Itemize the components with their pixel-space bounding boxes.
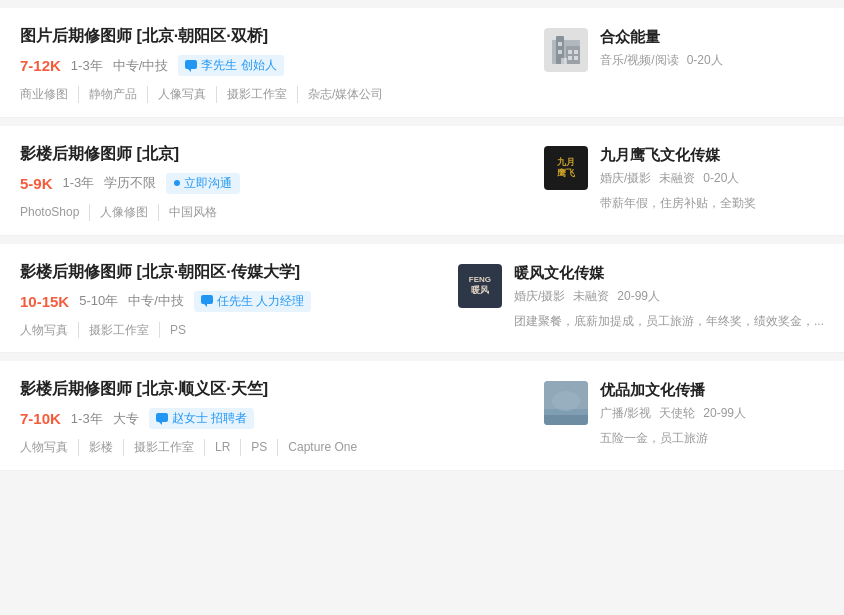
company-industry: 音乐/视频/阅读 xyxy=(600,52,679,69)
job-tag: 人物写真 xyxy=(20,322,79,339)
immediate-contact-badge[interactable]: 立即沟通 xyxy=(166,173,240,194)
job-left: 图片后期修图师 [北京·朝阳区·双桥]7-12K1-3年中专/中技李先生 创始人… xyxy=(20,26,504,103)
job-tag: 摄影工作室 xyxy=(134,439,205,456)
company-meta: 婚庆/摄影未融资20-99人 xyxy=(514,288,824,305)
job-title[interactable]: 影楼后期修图师 [北京·顺义区·天竺] xyxy=(20,379,268,400)
company-industry: 婚庆/摄影 xyxy=(514,288,565,305)
job-experience: 1-3年 xyxy=(63,174,95,192)
company-logo: FENG暖风 xyxy=(458,264,502,308)
job-tags: 人物写真摄影工作室PS xyxy=(20,322,418,339)
svg-rect-7 xyxy=(568,50,572,54)
job-right: FENG暖风暖风文化传媒婚庆/摄影未融资20-99人团建聚餐，底薪加提成，员工旅… xyxy=(458,262,824,330)
job-salary: 5-9K xyxy=(20,175,53,192)
job-tag: PS xyxy=(251,439,278,456)
company-size: 20-99人 xyxy=(617,288,660,305)
job-tag: PhotoShop xyxy=(20,204,90,221)
job-education: 学历不限 xyxy=(104,174,156,192)
job-list: 图片后期修图师 [北京·朝阳区·双桥]7-12K1-3年中专/中技李先生 创始人… xyxy=(0,0,844,479)
company-meta: 广播/影视天使轮20-99人 xyxy=(600,405,824,422)
svg-rect-4 xyxy=(566,46,580,64)
job-tags: 商业修图静物产品人像写真摄影工作室杂志/媒体公司 xyxy=(20,86,504,103)
building-icon xyxy=(548,32,584,68)
svg-marker-13 xyxy=(204,304,207,307)
recruiter-name: 李先生 创始人 xyxy=(201,57,276,74)
chat-icon xyxy=(185,60,197,72)
job-tags: 人物写真影楼摄影工作室LRPSCapture One xyxy=(20,439,504,456)
job-left: 影楼后期修图师 [北京·顺义区·天竺]7-10K1-3年大专赵女士 招聘者人物写… xyxy=(20,379,504,456)
company-logo xyxy=(544,381,588,425)
job-meta-row: 7-12K1-3年中专/中技李先生 创始人 xyxy=(20,55,504,76)
job-tag: LR xyxy=(215,439,241,456)
company-funding: 未融资 xyxy=(659,170,695,187)
job-experience: 1-3年 xyxy=(71,57,103,75)
job-education: 大专 xyxy=(113,410,139,428)
chat-icon xyxy=(201,295,213,307)
svg-marker-1 xyxy=(188,69,191,72)
job-education: 中专/中技 xyxy=(113,57,169,75)
company-logo-text: 九月鹰飞 xyxy=(557,157,575,179)
svg-rect-8 xyxy=(574,50,578,54)
job-card[interactable]: 影楼后期修图师 [北京·顺义区·天竺]7-10K1-3年大专赵女士 招聘者人物写… xyxy=(0,361,844,471)
active-dot xyxy=(174,180,180,186)
job-tags: PhotoShop人像修图中国风格 xyxy=(20,204,504,221)
company-name[interactable]: 优品加文化传播 xyxy=(600,381,824,400)
company-industry: 婚庆/摄影 xyxy=(600,170,651,187)
company-benefits: 带薪年假，住房补贴，全勤奖 xyxy=(600,195,824,212)
job-meta-row: 10-15K5-10年中专/中技任先生 人力经理 xyxy=(20,291,418,312)
job-card[interactable]: 图片后期修图师 [北京·朝阳区·双桥]7-12K1-3年中专/中技李先生 创始人… xyxy=(0,8,844,118)
svg-rect-10 xyxy=(574,56,578,60)
company-name[interactable]: 合众能量 xyxy=(600,28,824,47)
company-benefits: 团建聚餐，底薪加提成，员工旅游，年终奖，绩效奖金，... xyxy=(514,313,824,330)
job-title-row: 影楼后期修图师 [北京·顺义区·天竺] xyxy=(20,379,504,400)
company-industry: 广播/影视 xyxy=(600,405,651,422)
active-label: 立即沟通 xyxy=(184,175,232,192)
svg-rect-5 xyxy=(558,42,562,46)
job-right: 优品加文化传播广播/影视天使轮20-99人五险一金，员工旅游 xyxy=(544,379,824,447)
landscape-icon xyxy=(544,381,588,425)
company-logo xyxy=(544,28,588,72)
job-salary: 7-12K xyxy=(20,57,61,74)
job-card[interactable]: 影楼后期修图师 [北京·朝阳区·传媒大学]10-15K5-10年中专/中技任先生… xyxy=(0,244,844,354)
job-title-row: 影楼后期修图师 [北京·朝阳区·传媒大学] xyxy=(20,262,418,283)
company-meta: 婚庆/摄影未融资0-20人 xyxy=(600,170,824,187)
job-card[interactable]: 影楼后期修图师 [北京]5-9K1-3年学历不限立即沟通PhotoShop人像修… xyxy=(0,126,844,236)
job-tag: 摄影工作室 xyxy=(227,86,298,103)
company-info: 合众能量音乐/视频/阅读0-20人 xyxy=(600,28,824,69)
company-size: 0-20人 xyxy=(687,52,723,69)
job-education: 中专/中技 xyxy=(128,292,184,310)
company-logo-text: FENG暖风 xyxy=(469,275,491,297)
recruiter-name: 赵女士 招聘者 xyxy=(172,410,247,427)
svg-marker-15 xyxy=(159,422,162,425)
svg-rect-6 xyxy=(558,50,562,54)
job-tag: 摄影工作室 xyxy=(89,322,160,339)
company-size: 20-99人 xyxy=(703,405,746,422)
chat-icon xyxy=(156,413,168,425)
job-title[interactable]: 影楼后期修图师 [北京] xyxy=(20,144,179,165)
job-title[interactable]: 影楼后期修图师 [北京·朝阳区·传媒大学] xyxy=(20,262,300,283)
svg-rect-12 xyxy=(201,295,213,304)
job-right: 合众能量音乐/视频/阅读0-20人 xyxy=(544,26,824,72)
job-tag: Capture One xyxy=(288,439,357,456)
recruiter-name: 任先生 人力经理 xyxy=(217,293,304,310)
svg-rect-19 xyxy=(544,415,588,425)
job-salary: 7-10K xyxy=(20,410,61,427)
company-funding: 天使轮 xyxy=(659,405,695,422)
job-tag: 人物写真 xyxy=(20,439,79,456)
job-title-row: 图片后期修图师 [北京·朝阳区·双桥] xyxy=(20,26,504,47)
recruiter-badge: 李先生 创始人 xyxy=(178,55,283,76)
job-tag: PS xyxy=(170,322,186,339)
job-title-row: 影楼后期修图师 [北京] xyxy=(20,144,504,165)
company-name[interactable]: 暖风文化传媒 xyxy=(514,264,824,283)
job-tag: 影楼 xyxy=(89,439,124,456)
job-title[interactable]: 图片后期修图师 [北京·朝阳区·双桥] xyxy=(20,26,268,47)
recruiter-badge: 任先生 人力经理 xyxy=(194,291,311,312)
job-experience: 1-3年 xyxy=(71,410,103,428)
company-benefits: 五险一金，员工旅游 xyxy=(600,430,824,447)
company-funding: 未融资 xyxy=(573,288,609,305)
svg-rect-0 xyxy=(185,60,197,69)
job-right: 九月鹰飞九月鹰飞文化传媒婚庆/摄影未融资0-20人带薪年假，住房补贴，全勤奖 xyxy=(544,144,824,212)
job-left: 影楼后期修图师 [北京·朝阳区·传媒大学]10-15K5-10年中专/中技任先生… xyxy=(20,262,418,339)
company-name[interactable]: 九月鹰飞文化传媒 xyxy=(600,146,824,165)
company-info: 九月鹰飞文化传媒婚庆/摄影未融资0-20人带薪年假，住房补贴，全勤奖 xyxy=(600,146,824,212)
job-tag: 商业修图 xyxy=(20,86,79,103)
